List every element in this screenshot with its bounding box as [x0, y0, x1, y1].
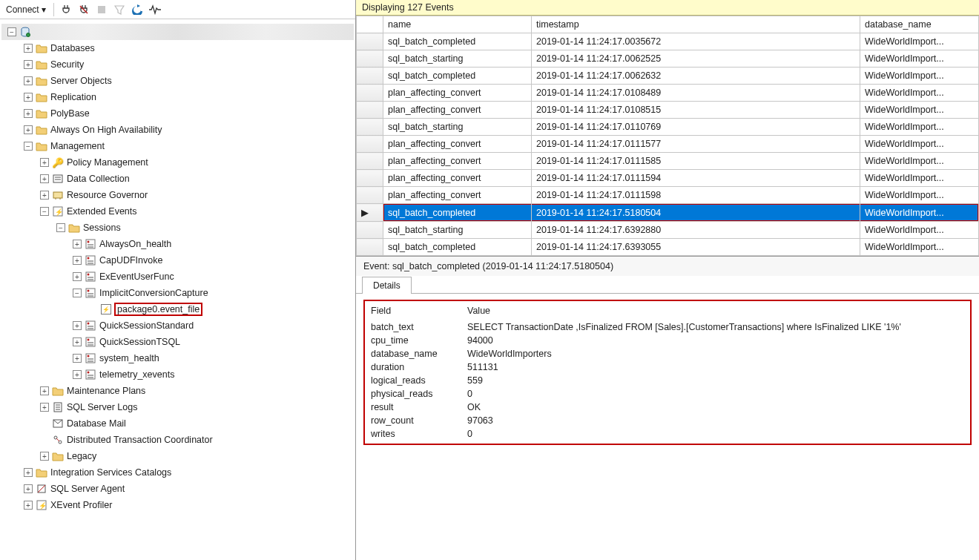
- tree-node[interactable]: +Integration Services Catalogs: [1, 464, 354, 481]
- tree-node[interactable]: −: [1, 24, 354, 40]
- connect-button[interactable]: Connect ▾: [3, 3, 49, 16]
- row-selector[interactable]: [357, 170, 383, 187]
- col-timestamp[interactable]: timestamp: [532, 16, 860, 33]
- expand-icon[interactable]: +: [73, 256, 82, 265]
- expand-icon[interactable]: +: [40, 452, 49, 461]
- expand-icon[interactable]: +: [73, 354, 82, 363]
- row-selector[interactable]: ▶: [357, 204, 383, 222]
- tree-node[interactable]: +🔑Policy Management: [1, 154, 354, 171]
- stop-icon[interactable]: [94, 2, 109, 17]
- expand-icon[interactable]: +: [24, 93, 33, 102]
- expand-icon[interactable]: +: [40, 386, 49, 395]
- folder-icon: [36, 42, 47, 54]
- expand-icon[interactable]: +: [24, 76, 33, 85]
- tree-node[interactable]: −⚡Extended Events: [1, 203, 354, 220]
- tree-node[interactable]: +system_health: [1, 350, 354, 366]
- row-selector[interactable]: [357, 119, 383, 136]
- tree-node[interactable]: +AlwaysOn_health: [1, 236, 354, 252]
- expand-icon[interactable]: +: [73, 370, 82, 379]
- expand-icon[interactable]: +: [73, 321, 82, 330]
- tree-node[interactable]: +Maintenance Plans: [1, 383, 354, 399]
- col-database-name[interactable]: database_name: [860, 16, 979, 33]
- expand-icon[interactable]: +: [24, 109, 33, 118]
- expand-icon[interactable]: +: [40, 158, 49, 167]
- row-selector[interactable]: [357, 50, 383, 67]
- table-row[interactable]: sql_batch_starting2019-01-14 11:24:17.01…: [357, 119, 979, 136]
- expand-icon[interactable]: +: [24, 60, 33, 69]
- plug-icon[interactable]: [59, 2, 73, 17]
- tree-node[interactable]: +Legacy: [1, 448, 354, 464]
- table-row[interactable]: sql_batch_completed2019-01-14 11:24:17.0…: [357, 67, 979, 85]
- expand-icon[interactable]: +: [24, 44, 33, 53]
- tree-node[interactable]: +CapUDFInvoke: [1, 252, 354, 269]
- row-selector[interactable]: [357, 67, 383, 85]
- tab-details[interactable]: Details: [362, 277, 412, 294]
- collapse-icon[interactable]: −: [73, 289, 82, 297]
- table-row[interactable]: plan_affecting_convert2019-01-14 11:24:1…: [357, 85, 979, 102]
- refresh-icon[interactable]: [130, 2, 145, 17]
- row-selector[interactable]: [357, 239, 383, 256]
- table-row[interactable]: ▶sql_batch_completed2019-01-14 11:24:17.…: [357, 204, 979, 222]
- collapse-icon[interactable]: −: [40, 207, 49, 216]
- collapse-icon[interactable]: −: [7, 27, 16, 36]
- row-selector[interactable]: [357, 222, 383, 239]
- tree-node[interactable]: +Server Objects: [1, 73, 354, 89]
- row-selector[interactable]: [357, 33, 383, 50]
- table-row[interactable]: plan_affecting_convert2019-01-14 11:24:1…: [357, 187, 979, 204]
- tree-node-label: Policy Management: [67, 157, 148, 168]
- collapse-icon[interactable]: −: [24, 142, 33, 151]
- tree-node[interactable]: +ExEventUserFunc: [1, 269, 354, 285]
- tree-node[interactable]: +Replication: [1, 89, 354, 105]
- table-row[interactable]: sql_batch_starting2019-01-14 11:24:17.63…: [357, 222, 979, 239]
- tree-node[interactable]: +QuickSessionTSQL: [1, 334, 354, 350]
- table-row[interactable]: sql_batch_completed2019-01-14 11:24:17.0…: [357, 33, 979, 50]
- tree-node[interactable]: −Management: [1, 138, 354, 154]
- tree-node[interactable]: −Sessions: [1, 220, 354, 236]
- row-selector[interactable]: [357, 85, 383, 102]
- col-name[interactable]: name: [383, 16, 532, 33]
- cell-name: sql_batch_starting: [383, 50, 532, 67]
- expand-icon[interactable]: +: [24, 501, 33, 510]
- events-grid[interactable]: name timestamp database_name sql_batch_c…: [356, 16, 979, 256]
- expand-icon[interactable]: +: [40, 403, 49, 412]
- tree-node[interactable]: Database Mail: [1, 415, 354, 432]
- row-selector[interactable]: [357, 102, 383, 119]
- tree-node[interactable]: +QuickSessionStandard: [1, 317, 354, 334]
- tree-node[interactable]: +Databases: [1, 40, 354, 56]
- table-row[interactable]: plan_affecting_convert2019-01-14 11:24:1…: [357, 136, 979, 153]
- tree-node[interactable]: +PolyBase: [1, 105, 354, 122]
- expand-icon[interactable]: +: [73, 337, 82, 346]
- tree-node[interactable]: +Security: [1, 56, 354, 73]
- expand-icon[interactable]: +: [24, 125, 33, 134]
- tree-node[interactable]: +SQL Server Logs: [1, 399, 354, 415]
- object-explorer-tree[interactable]: −+Databases+Security+Server Objects+Repl…: [0, 19, 355, 560]
- expand-icon[interactable]: +: [24, 484, 33, 493]
- expand-icon[interactable]: +: [73, 240, 82, 248]
- filter-icon[interactable]: [112, 2, 127, 17]
- tree-node[interactable]: −ImplicitConversionCapture: [1, 285, 354, 301]
- table-row[interactable]: plan_affecting_convert2019-01-14 11:24:1…: [357, 102, 979, 119]
- expand-icon[interactable]: +: [24, 468, 33, 477]
- collapse-icon[interactable]: −: [56, 223, 65, 232]
- tree-node[interactable]: +Data Collection: [1, 171, 354, 187]
- tree-node[interactable]: +⚡XEvent Profiler: [1, 497, 354, 513]
- table-row[interactable]: sql_batch_completed2019-01-14 11:24:17.6…: [357, 239, 979, 256]
- svg-point-14: [88, 290, 90, 292]
- table-row[interactable]: plan_affecting_convert2019-01-14 11:24:1…: [357, 153, 979, 170]
- row-selector[interactable]: [357, 136, 383, 153]
- row-selector[interactable]: [357, 187, 383, 204]
- expand-icon[interactable]: +: [40, 174, 49, 183]
- table-row[interactable]: plan_affecting_convert2019-01-14 11:24:1…: [357, 170, 979, 187]
- tree-node[interactable]: Distributed Transaction Coordinator: [1, 432, 354, 448]
- row-selector[interactable]: [357, 153, 383, 170]
- tree-node[interactable]: ⚡package0.event_file: [1, 301, 354, 317]
- tree-node[interactable]: +Always On High Availability: [1, 122, 354, 138]
- activity-monitor-icon[interactable]: [148, 2, 162, 17]
- tree-node[interactable]: +SQL Server Agent: [1, 481, 354, 497]
- tree-node[interactable]: +Resource Governor: [1, 187, 354, 203]
- expand-icon[interactable]: +: [73, 272, 82, 281]
- plug-disconnect-icon[interactable]: [76, 2, 91, 17]
- tree-node[interactable]: +telemetry_xevents: [1, 366, 354, 383]
- expand-icon[interactable]: +: [40, 191, 49, 200]
- table-row[interactable]: sql_batch_starting2019-01-14 11:24:17.00…: [357, 50, 979, 67]
